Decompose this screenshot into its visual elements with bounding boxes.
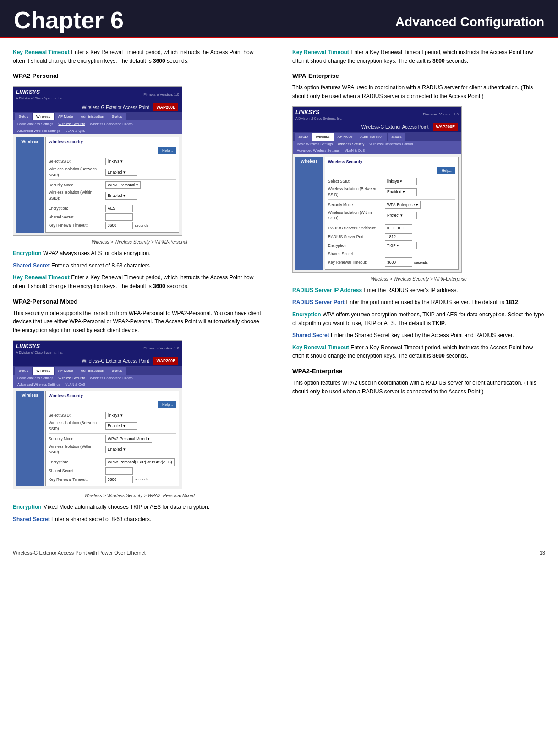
ss-tab-admin-2[interactable]: Administration [77,367,108,375]
radius-ip-label: RADIUS Server IP Address [292,287,362,294]
ss-subtab-basic-2[interactable]: Basic Wireless Settings [15,375,55,381]
key-label-right: Key Renewal Timeout [292,344,349,351]
shared-label-1: Shared Secret [13,262,50,269]
ss-tab-apmode-2[interactable]: AP Mode [55,367,77,375]
section-wpa-enterprise-heading: WPA-Enterprise [292,71,545,81]
ss-tab-status-2[interactable]: Status [108,367,126,375]
ss-nav-2: Setup Wireless AP Mode Administration St… [13,366,182,375]
ss-label-wisolation2-2: Wireless Isolation (Within SSID): [49,444,104,456]
ss-label-radius-ip-3: RADIUS Server IP Address: [328,225,383,231]
ss-row-radius-ip-3: RADIUS Server IP Address: 0 . 0 . 0 . 0 [328,224,455,232]
ss-row-ssid-1: Select SSID: linksys ▾ [49,158,176,165]
ss-tab-setup-2[interactable]: Setup [15,367,32,375]
ss-label-timeout-1: Key Renewal Timeout: [49,223,104,228]
ss-tab-apmode-3[interactable]: AP Mode [334,133,356,141]
ss-subtab-vlan-2[interactable]: VLAN & QoS [63,381,88,387]
ss-value-radius-port-3[interactable]: 1812 [385,233,412,241]
ss-row-secmode-3: Security Mode: WPA-Enterprise ▾ [328,201,455,209]
ss-label-secmode-3: Security Mode: [328,202,383,208]
ss-tab-wireless-3[interactable]: Wireless [312,133,334,141]
ss-value-secmode-3[interactable]: WPA-Enterprise ▾ [385,201,421,209]
ss-tab-setup-1[interactable]: Setup [15,113,32,120]
section-wpa2-mixed-heading: WPA2-Personal Mixed [13,297,266,306]
ss-tab-wireless-1[interactable]: Wireless [33,113,54,120]
ss-label-enc-2: Encryption: [49,459,104,465]
firmware-version-3: Firmware Version: 1.0 [423,112,459,117]
ss-row-wisolation-1: Wireless Isolation (Between SSID): Enabl… [49,166,176,178]
ss-row-shared-3: Shared Secret: [328,250,455,258]
ss-subtab-connection-1[interactable]: Wireless Connection Control [88,121,136,127]
ss-value-wisolation2-1[interactable]: Enabled ▾ [105,192,137,200]
ss-value-wisolation2-2[interactable]: Enabled ▾ [105,446,137,453]
ss-product-bar-2: Wireless-G Exterior Access Point WAP200E [13,356,182,366]
ss-seconds-1: seconds [135,223,148,228]
ss-value-timeout-3[interactable]: 3600 [385,259,412,267]
ss-value-wisolation-3[interactable]: Enabled ▾ [385,188,417,196]
shared-label-2: Shared Secret [13,516,50,522]
ss-value-enc-1: AES [105,205,133,212]
ss-value-shared-2[interactable] [105,467,133,475]
ss-help-btn-1[interactable]: Help... [158,147,176,154]
ss-subtab-security-1[interactable]: Wireless Security [56,121,87,127]
ss-subtab-basic-3[interactable]: Basic Wireless Settings [295,141,335,147]
ss-tab-wireless-2[interactable]: Wireless [33,367,54,375]
ss-label-timeout-2: Key Renewal Timeout: [49,477,104,483]
ss-subtab-vlan-1[interactable]: VLAN & QoS [63,128,88,134]
ss-subtabs-2: Basic Wireless Settings Wireless Securit… [13,375,182,388]
ss-label-wisolation2-3: Wireless Isolation (Within SSID): [328,210,383,222]
linksys-logo-2: LINKSYS A Division of Cisco Systems, Inc… [16,342,63,355]
ss-label-secmode-1: Security Mode: [49,182,104,188]
radius-ip-para: RADIUS Server IP Address Enter the RADIU… [292,286,545,295]
ss-label-shared-1: Shared Secret: [49,214,104,220]
ss-divider-1c [49,203,176,203]
ss-value-wisolation2-3[interactable]: Protect ▾ [385,212,417,219]
ss-subtab-connection-2[interactable]: Wireless Connection Control [88,375,136,381]
ss-subtab-connection-3[interactable]: Wireless Connection Control [367,141,415,147]
encryption-label-1: Encryption [13,250,42,256]
ss-help-btn-2[interactable]: Help... [158,401,176,408]
radius-port-para: RADIUS Server Port Enter the port number… [292,298,545,307]
ss-tab-setup-3[interactable]: Setup [295,133,312,141]
ss-value-ssid-2[interactable]: linksys ▾ [105,412,137,419]
ss-subtab-basic-1[interactable]: Basic Wireless Settings [15,121,55,127]
ss-value-wisolation-1[interactable]: Enabled ▾ [105,169,137,176]
ss-value-secmode-1[interactable]: WPA2-Personal ▾ [105,181,141,189]
ss-tab-admin-1[interactable]: Administration [77,113,108,120]
ss-subtab-security-3[interactable]: Wireless Security [335,141,367,147]
ss-row-shared-2: Shared Secret: [49,467,176,475]
ss-value-shared-1[interactable] [105,213,133,221]
ss-value-ssid-3[interactable]: linksys ▾ [385,178,417,185]
ss-value-wisolation-2[interactable]: Enabled ▾ [105,422,137,430]
ss-tab-status-1[interactable]: Status [108,113,126,120]
ss-subtab-advanced-3[interactable]: Advanced Wireless Settings [295,147,342,153]
ss-subtab-advanced-2[interactable]: Advanced Wireless Settings [15,381,62,387]
page-header: Chapter 6 Advanced Configuration [0,0,558,38]
ss-value-timeout-2[interactable]: 3600 [105,476,133,484]
ss-subtab-vlan-3[interactable]: VLAN & QoS [342,147,367,153]
ss-value-secmode-2[interactable]: WPA2-Personal Mixed ▾ [105,435,152,443]
ss-tab-status-3[interactable]: Status [388,133,405,141]
ss-tab-admin-3[interactable]: Administration [356,133,387,141]
ss-divider-3c [328,223,455,223]
ss-value-timeout-1[interactable]: 3600 [105,222,133,229]
ss-body-3: Wireless Wireless Security Help... Selec… [293,154,461,272]
ss-row-radius-port-3: RADIUS Server Port: 1812 [328,233,455,241]
firmware-version-2: Firmware Version: 1.0 [143,346,179,351]
ss-subtab-advanced-1[interactable]: Advanced Wireless Settings [15,128,62,134]
ss-label-ssid-2: Select SSID: [49,413,104,419]
caption-wpa-enterprise: Wireless > Wireless Security > WPA-Enter… [292,276,545,283]
ss-value-enc-3[interactable]: TKIP ▾ [385,242,417,250]
ss-value-shared-3[interactable] [385,250,412,258]
ss-label-timeout-3: Key Renewal Timeout: [328,260,383,266]
ss-label-wisolation-3: Wireless Isolation (Between SSID): [328,186,383,198]
key-renewal-label-right: Key Renewal Timeout [292,49,349,55]
ss-value-ssid-1[interactable]: linksys ▾ [105,158,137,165]
wpa-enterprise-para: This option features WPA used in coordin… [292,83,545,100]
ss-row-wisolation-3: Wireless Isolation (Between SSID): Enabl… [328,186,455,198]
ss-value-radius-ip-3[interactable]: 0 . 0 . 0 . 0 [385,224,412,232]
ss-tab-apmode-1[interactable]: AP Mode [55,113,77,120]
ss-value-enc-2: WPAs-Personal(TKIP) or PSK2(AES) [105,458,175,466]
ss-help-btn-3[interactable]: Help... [437,167,455,174]
ss-subtab-security-2[interactable]: Wireless Security [56,375,87,381]
intro-para-right: Key Renewal Timeout Enter a Key Renewal … [292,48,545,65]
